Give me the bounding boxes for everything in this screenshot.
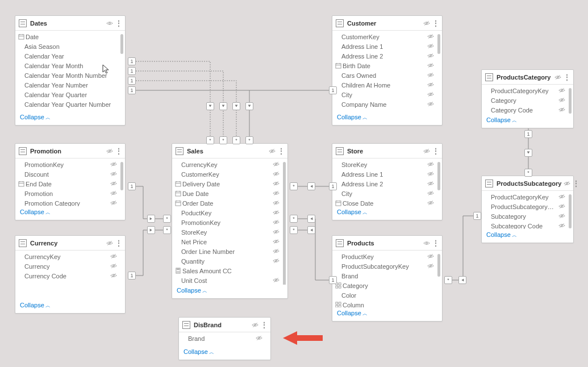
cardinality-marker: 1	[329, 276, 337, 284]
cardinality-marker: 1	[128, 67, 136, 75]
filter-direction-marker	[307, 226, 315, 234]
cardinality-marker: *	[290, 182, 298, 190]
cardinality-marker: 1	[128, 77, 136, 85]
filter-direction-marker	[245, 102, 253, 110]
svg-marker-0	[283, 331, 323, 345]
cardinality-marker: *	[524, 169, 532, 177]
filter-direction-marker	[232, 102, 240, 110]
filter-direction-marker	[524, 149, 532, 157]
filter-direction-marker	[147, 226, 155, 234]
cardinality-marker: 1	[329, 182, 337, 190]
cardinality-marker: 1	[128, 182, 136, 190]
cardinality-marker: *	[232, 136, 240, 144]
model-canvas[interactable]: Dates⋮DateAsia SeasonCalendar YearCalend…	[0, 0, 588, 367]
cardinality-marker: *	[219, 136, 227, 144]
cardinality-marker: *	[163, 226, 171, 234]
annotation-arrow	[283, 330, 323, 348]
cardinality-marker: *	[444, 276, 452, 284]
cardinality-marker: *	[163, 215, 171, 223]
cardinality-marker: 1	[128, 57, 136, 65]
filter-direction-marker	[206, 102, 214, 110]
filter-direction-marker	[458, 276, 466, 284]
cardinality-marker: 1	[128, 86, 136, 94]
filter-direction-marker	[147, 215, 155, 223]
cardinality-marker: 1	[473, 212, 481, 220]
mouse-cursor	[102, 64, 110, 76]
cardinality-marker: *	[245, 136, 253, 144]
filter-direction-marker	[219, 102, 227, 110]
filter-direction-marker	[307, 182, 315, 190]
cardinality-marker: 1	[329, 86, 337, 94]
cardinality-marker: *	[290, 215, 298, 223]
cardinality-marker: *	[206, 136, 214, 144]
filter-direction-marker	[307, 215, 315, 223]
cardinality-marker: 1	[524, 130, 532, 138]
cardinality-marker: 1	[128, 272, 136, 280]
cardinality-marker: *	[290, 226, 298, 234]
